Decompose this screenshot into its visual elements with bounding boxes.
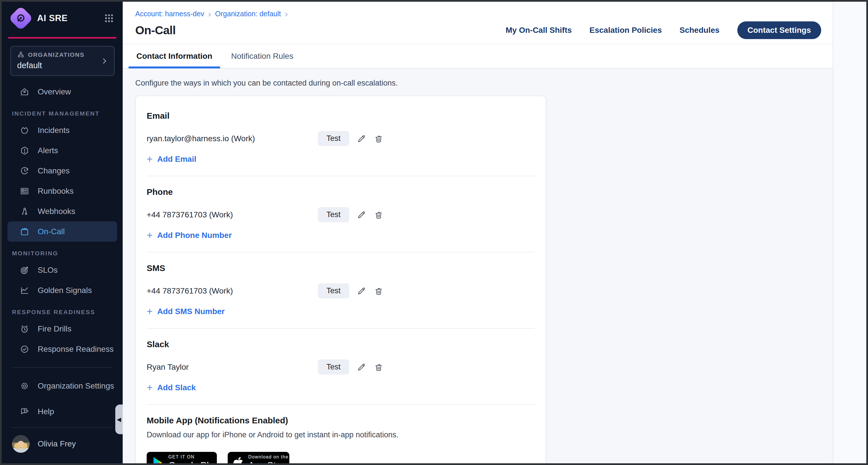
sidebar-item-label: On-Call <box>38 227 65 236</box>
nav-escalation-policies[interactable]: Escalation Policies <box>590 26 662 35</box>
sidebar: AI SRE ORGA <box>2 2 123 463</box>
section-title: Email <box>147 111 535 121</box>
test-button[interactable]: Test <box>318 360 349 375</box>
contact-methods-card: Email ryan.taylor@harness.io (Work) Test <box>135 96 546 463</box>
email-value: ryan.taylor@harness.io (Work) <box>147 134 318 143</box>
org-switcher-label: ORGANIZATIONS <box>28 51 85 58</box>
tab-contact-information[interactable]: Contact Information <box>135 44 213 68</box>
sidebar-group-monitoring: MONITORING <box>2 242 123 260</box>
sidebar-item-changes[interactable]: Changes <box>7 161 117 181</box>
ai-sre-logo-icon <box>8 6 33 31</box>
section-title: SMS <box>147 263 535 273</box>
add-phone-link[interactable]: + Add Phone Number <box>147 231 535 240</box>
breadcrumb: Account: harness-dev › Organization: def… <box>135 2 821 18</box>
badge-top-text: GET IT ON <box>168 455 218 460</box>
mobile-app-title: Mobile App (Notifications Enabled) <box>147 416 535 425</box>
sidebar-item-webhooks[interactable]: Webhooks <box>7 201 117 221</box>
sidebar-group-response-readiness: RESPONSE READINESS <box>2 300 123 319</box>
sidebar-collapse-handle[interactable]: ◀ <box>115 405 123 434</box>
sidebar-nav: Overview INCIDENT MANAGEMENT Incidents <box>2 82 123 463</box>
sidebar-item-label: Overview <box>38 87 71 96</box>
org-chart-icon <box>17 51 25 59</box>
slack-value: Ryan Taylor <box>147 363 318 372</box>
organization-switcher[interactable]: ORGANIZATIONS default <box>10 46 115 76</box>
app-store-badge[interactable]: Download on the App Store <box>228 452 289 463</box>
sidebar-item-golden-signals[interactable]: Golden Signals <box>7 280 117 300</box>
user-name: Olivia Frey <box>38 439 76 448</box>
phone-section: Phone +44 7873761703 (Work) Test <box>147 187 535 240</box>
alarm-clock-icon <box>20 324 30 334</box>
sidebar-item-incidents[interactable]: Incidents <box>7 120 117 141</box>
nav-my-oncall-shifts[interactable]: My On-Call Shifts <box>506 26 572 35</box>
main-area: Account: harness-dev › Organization: def… <box>123 2 833 463</box>
nav-schedules[interactable]: Schedules <box>679 26 719 35</box>
apps-grid-icon[interactable] <box>104 13 114 23</box>
delete-trash-icon[interactable] <box>374 134 383 144</box>
page-header: Account: harness-dev › Organization: def… <box>123 2 833 44</box>
slack-section: Slack Ryan Taylor Test <box>147 339 535 392</box>
collapse-arrow-icon: ◀ <box>117 416 121 423</box>
brand-accent-line <box>8 37 116 38</box>
google-play-badge[interactable]: GET IT ON Google Play <box>147 452 217 463</box>
plus-icon: + <box>147 155 153 163</box>
sidebar-spacer <box>2 396 123 401</box>
edit-pencil-icon[interactable] <box>357 210 366 220</box>
breadcrumb-organization[interactable]: Organization: default <box>215 10 281 18</box>
plus-icon: + <box>147 383 153 392</box>
tab-notification-rules[interactable]: Notification Rules <box>230 44 294 68</box>
edit-pencil-icon[interactable] <box>357 134 366 144</box>
apple-icon <box>233 456 244 463</box>
sidebar-item-slos[interactable]: SLOs <box>7 260 117 280</box>
sidebar-item-overview[interactable]: Overview <box>7 82 117 102</box>
edit-pencil-icon[interactable] <box>357 362 366 372</box>
test-button[interactable]: Test <box>318 131 349 146</box>
section-title: Phone <box>147 187 535 197</box>
sidebar-item-response-readiness[interactable]: Response Readiness <box>7 339 117 359</box>
line-chart-icon <box>20 285 30 296</box>
home-icon <box>20 87 30 97</box>
sidebar-item-help[interactable]: Help <box>7 401 117 422</box>
chevron-right-icon <box>100 57 108 65</box>
target-icon <box>20 265 30 275</box>
sidebar-item-alerts[interactable]: Alerts <box>7 141 117 161</box>
nav-contact-settings[interactable]: Contact Settings <box>737 21 821 39</box>
section-divider <box>147 176 535 176</box>
org-switcher-value: default <box>17 61 108 70</box>
user-menu[interactable]: Olivia Frey <box>7 432 117 456</box>
breadcrumb-account[interactable]: Account: harness-dev <box>135 10 204 18</box>
runbook-icon <box>20 186 30 196</box>
sidebar-item-organization-settings[interactable]: Organization Settings <box>7 376 117 396</box>
add-sms-link[interactable]: + Add SMS Number <box>147 307 535 316</box>
sidebar-item-label: Fire Drills <box>38 324 71 334</box>
contact-row: Ryan Taylor Test <box>147 360 535 375</box>
add-slack-link[interactable]: + Add Slack <box>147 383 535 392</box>
delete-trash-icon[interactable] <box>374 286 383 296</box>
test-button[interactable]: Test <box>318 207 349 222</box>
mobile-app-description: Download our app for iPhone or Android t… <box>147 431 535 439</box>
sidebar-item-fire-drills[interactable]: Fire Drills <box>7 319 117 339</box>
contact-row: +44 7873761703 (Work) Test <box>147 283 535 299</box>
sidebar-item-label: Alerts <box>38 146 58 155</box>
chevron-right-icon: › <box>285 10 288 18</box>
add-email-link[interactable]: + Add Email <box>147 155 535 164</box>
change-history-icon <box>20 166 30 176</box>
sidebar-group-incident-management: INCIDENT MANAGEMENT <box>2 102 123 120</box>
right-panel-gutter <box>833 2 866 463</box>
sidebar-divider <box>12 427 113 428</box>
contact-row: ryan.taylor@harness.io (Work) Test <box>147 131 535 146</box>
avatar <box>12 435 30 453</box>
gear-icon <box>20 381 30 391</box>
sidebar-item-label: Webhooks <box>38 207 75 216</box>
sidebar-item-oncall[interactable]: On-Call <box>7 221 117 242</box>
delete-trash-icon[interactable] <box>374 210 383 220</box>
content-area: Configure the ways in which you can be c… <box>123 68 833 463</box>
mobile-app-section: Mobile App (Notifications Enabled) Downl… <box>147 416 535 463</box>
section-divider <box>147 328 535 329</box>
alert-hexagon-icon <box>20 146 30 156</box>
app-window: AI SRE ORGA <box>0 0 868 465</box>
delete-trash-icon[interactable] <box>374 362 383 372</box>
edit-pencil-icon[interactable] <box>357 286 366 296</box>
sidebar-item-runbooks[interactable]: Runbooks <box>7 181 117 201</box>
test-button[interactable]: Test <box>318 283 349 299</box>
help-chat-icon <box>20 406 30 417</box>
